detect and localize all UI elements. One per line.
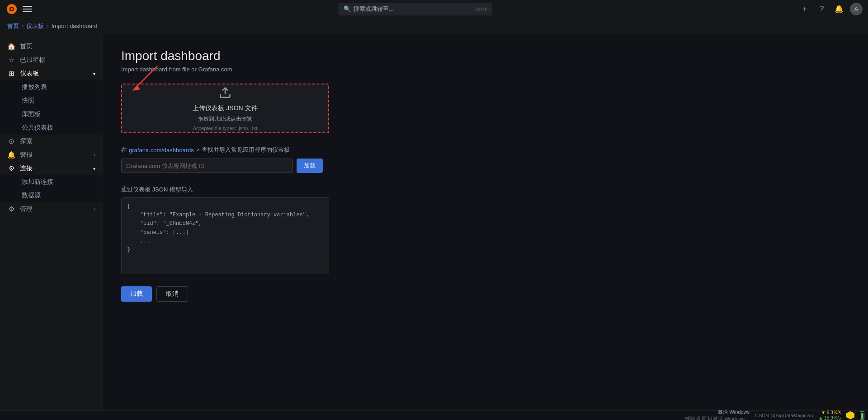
grafana-link-row: 在 grafana.com/dashboards ↗ 查找并导入常见应用程序的仪… [121, 146, 750, 154]
library-label: 库面板 [22, 110, 41, 118]
sidebar-dashboards-label: 仪表板 [20, 70, 39, 78]
sidebar-sub-dashboards: 播放列表 快照 库面板 公共仪表板 [0, 80, 103, 135]
grafana-link-suffix: 查找并导入常见应用程序的仪表板 [202, 146, 290, 154]
json-textarea[interactable]: {{ "title": "Example - Repeating Diction… [121, 197, 329, 274]
svg-point-2 [11, 8, 13, 10]
breadcrumb: 首页 › 仪表板 › Import dashboard [0, 18, 868, 34]
csdn-text: CSDN @BigDataMagician [755, 413, 813, 418]
activate-windows: 激活 Windows 转到"设置"以激活 Windows。 [685, 409, 750, 420]
grafana-com-link[interactable]: grafana.com/dashboards [129, 147, 194, 154]
dashboards-icon: ⊞ [7, 70, 15, 78]
breadcrumb-sep-1: › [22, 23, 24, 29]
home-icon: 🏠 [7, 42, 15, 51]
sidebar-item-datasources[interactable]: 数据源 [0, 189, 103, 202]
grafana-load-button[interactable]: 加载 [297, 159, 323, 173]
alert-icon: 🔔 [7, 151, 15, 159]
sidebar-alerting-label: 警报 [20, 151, 33, 159]
content-area: Import dashboard Import dashboard from f… [103, 34, 769, 410]
sidebar-starred-label: 已加星标 [20, 56, 45, 64]
search-bar[interactable]: 🔍 搜索或跳转至... ctrl+k [339, 3, 492, 15]
sidebar: 🏠 首页 ☆ 已加星标 ⊞ 仪表板 ▾ 播放列表 快照 [0, 34, 103, 410]
right-panel [769, 34, 868, 410]
page-subtitle: Import dashboard from file or Grafana.co… [121, 66, 750, 73]
topbar: 🔍 搜索或跳转至... ctrl+k + ? 🔔 A [0, 0, 868, 18]
star-icon: ☆ [7, 56, 15, 64]
upload-drop-text: 拖放到此处或点击浏览 [198, 115, 252, 123]
connections-icon: ⚙ [7, 164, 15, 173]
avatar-initials: A [854, 6, 858, 12]
net-up: ▲ 15.9 K/s [819, 415, 841, 420]
upload-area[interactable]: 上传仪表板 JSON 文件 拖放到此处或点击浏览 Accepted file t… [121, 84, 329, 133]
grafana-input-row: 加载 [121, 159, 750, 173]
explore-icon: ⊙ [7, 137, 15, 145]
public-label: 公共仪表板 [22, 124, 53, 132]
help-button[interactable]: ? [816, 3, 828, 15]
sidebar-item-alerting[interactable]: 🔔 警报 › [0, 148, 103, 162]
json-section-label: 通过仪表板 JSON 模型导入 [121, 186, 750, 194]
hamburger-menu[interactable] [22, 4, 33, 14]
topbar-right: + ? 🔔 A [798, 3, 863, 15]
sidebar-item-dashboards[interactable]: ⊞ 仪表板 ▾ [0, 67, 103, 80]
datasources-label: 数据源 [22, 191, 41, 200]
playlists-label: 播放列表 [22, 83, 47, 91]
sidebar-item-public[interactable]: 公共仪表板 [0, 121, 103, 135]
notifications-button[interactable]: 🔔 [833, 3, 845, 15]
statusbar: 激活 Windows 转到"设置"以激活 Windows。 CSDN @BigD… [0, 410, 868, 420]
breadcrumb-current: Import dashboard [52, 23, 98, 29]
bell-icon: 🔔 [835, 5, 844, 13]
sidebar-item-library[interactable]: 库面板 [0, 107, 103, 121]
sidebar-item-connections[interactable]: ⚙ 连接 ▾ [0, 162, 103, 175]
grafana-logo[interactable] [5, 3, 18, 15]
search-icon: 🔍 [344, 5, 351, 12]
sidebar-item-admin[interactable]: ⚙ 管理 › [0, 202, 103, 216]
upload-main-text: 上传仪表板 JSON 文件 [193, 104, 257, 112]
sidebar-section-main: 🏠 首页 ☆ 已加星标 ⊞ 仪表板 ▾ 播放列表 快照 [0, 38, 103, 218]
breadcrumb-sep-2: › [47, 23, 48, 29]
snapshots-label: 快照 [22, 97, 34, 105]
net-indicator: ▼ 6.3 K/s ▲ 15.9 K/s [819, 410, 841, 420]
grafana-link-prefix: 在 [121, 146, 127, 154]
sidebar-item-add-connection[interactable]: 添加新连接 [0, 175, 103, 189]
sidebar-item-starred[interactable]: ☆ 已加星标 [0, 53, 103, 67]
page-title: Import dashboard [121, 49, 750, 63]
grafana-ext-icon: ↗ [196, 147, 200, 153]
add-connection-label: 添加新连接 [22, 178, 53, 186]
net-down: ▼ 6.3 K/s [821, 410, 841, 415]
expand-arrow-admin: › [94, 207, 95, 212]
sidebar-sub-connections: 添加新连接 数据源 [0, 175, 103, 202]
upload-icon [219, 86, 231, 102]
sidebar-item-snapshots[interactable]: 快照 [0, 94, 103, 107]
grafana-url-input[interactable] [121, 159, 293, 173]
load-button[interactable]: 加载 [121, 286, 152, 302]
sidebar-item-home[interactable]: 🏠 首页 [0, 40, 103, 53]
breadcrumb-dashboards[interactable]: 仪表板 [26, 22, 44, 30]
question-icon: ? [820, 5, 824, 13]
expand-arrow-dashboards: ▾ [93, 71, 95, 76]
expand-arrow-connections: ▾ [93, 166, 95, 171]
sidebar-connections-label: 连接 [20, 164, 33, 173]
upload-accepted: Accepted file types: .json, .txt [193, 126, 257, 131]
topbar-left [5, 3, 33, 15]
search-placeholder: 搜索或跳转至... [354, 5, 394, 13]
add-button[interactable]: + [798, 3, 811, 15]
sidebar-home-label: 首页 [20, 42, 33, 51]
activate-subtitle: 转到"设置"以激活 Windows。 [685, 415, 750, 420]
cancel-button[interactable]: 取消 [156, 286, 188, 302]
breadcrumb-home[interactable]: 首页 [7, 22, 19, 30]
sidebar-item-explore[interactable]: ⊙ 探索 [0, 135, 103, 148]
expand-arrow-alerting: › [94, 153, 95, 158]
sidebar-item-playlists[interactable]: 播放列表 [0, 80, 103, 94]
sidebar-explore-label: 探索 [20, 137, 33, 145]
plus-icon: + [802, 5, 807, 13]
admin-icon: ⚙ [7, 205, 15, 213]
button-row: 加载 取消 [121, 286, 750, 302]
battery-icon [860, 411, 864, 420]
sidebar-admin-label: 管理 [20, 205, 33, 213]
user-avatar[interactable]: A [850, 3, 863, 15]
shield-icon [846, 411, 854, 420]
main-layout: 🏠 首页 ☆ 已加星标 ⊞ 仪表板 ▾ 播放列表 快照 [0, 34, 868, 410]
search-shortcut: ctrl+k [475, 6, 487, 12]
